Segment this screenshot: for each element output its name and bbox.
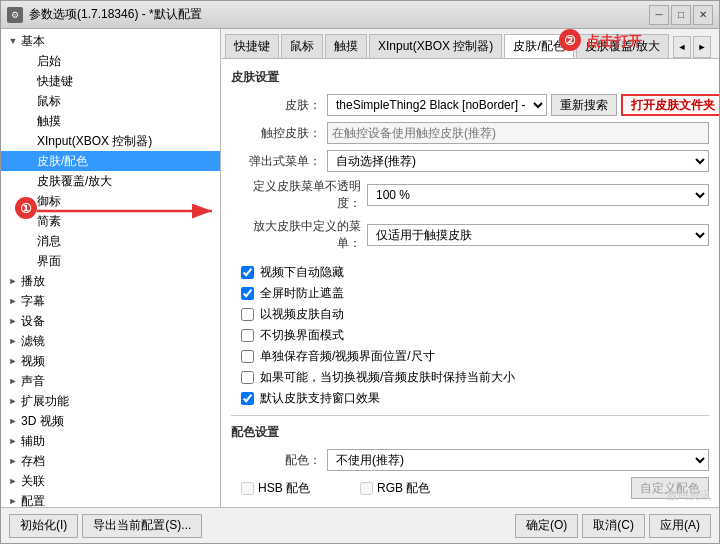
opacity-label: 定义皮肤菜单不透明度： xyxy=(231,178,361,212)
tree-item-label: 启始 xyxy=(37,53,216,70)
zoom-select[interactable]: 仅适用于触摸皮肤 xyxy=(367,224,709,246)
init-button[interactable]: 初始化(I) xyxy=(9,514,78,538)
tree-item[interactable]: ►视频 xyxy=(1,351,220,371)
tab-item[interactable]: 鼠标 xyxy=(281,34,323,58)
tree-item-label: 滤镜 xyxy=(21,333,216,350)
tab-item[interactable]: 触摸 xyxy=(325,34,367,58)
tree-item[interactable]: ►扩展功能 xyxy=(1,391,220,411)
tree-item[interactable]: 皮肤覆盖/放大 xyxy=(1,171,220,191)
skin-select[interactable]: theSimpleThing2 Black [noBorder] - 2_1 xyxy=(327,94,547,116)
tree-expander-icon: ► xyxy=(5,393,21,409)
tree-item[interactable]: 鼠标 xyxy=(1,91,220,111)
tree-item-label: 皮肤/配色 xyxy=(37,153,216,170)
zoom-row: 放大皮肤中定义的菜单： 仅适用于触摸皮肤 xyxy=(231,218,709,252)
export-button[interactable]: 导出当前配置(S)... xyxy=(82,514,202,538)
tree-expander-icon xyxy=(21,173,37,189)
checkbox-input[interactable] xyxy=(241,287,254,300)
minimize-button[interactable]: ─ xyxy=(649,5,669,25)
tree-item[interactable]: XInput(XBOX 控制器) xyxy=(1,131,220,151)
checkbox-input[interactable] xyxy=(241,350,254,363)
hsb-checkbox[interactable] xyxy=(241,482,254,495)
checkbox-input[interactable] xyxy=(241,392,254,405)
popup-row: 弹出式菜单： 自动选择(推荐) xyxy=(231,150,709,172)
tree-item-label: 皮肤覆盖/放大 xyxy=(37,173,216,190)
color-section-title: 配色设置 xyxy=(231,424,709,441)
tree-item[interactable]: ►关联 xyxy=(1,471,220,491)
checkbox-row: 全屏时防止遮盖 xyxy=(241,285,709,302)
tree-item[interactable]: 触摸 xyxy=(1,111,220,131)
tree-expander-icon: ► xyxy=(5,473,21,489)
main-content: ▼基本启始快捷键鼠标触摸XInput(XBOX 控制器)皮肤/配色皮肤覆盖/放大… xyxy=(1,29,719,507)
touch-skin-input xyxy=(327,122,709,144)
tree-item[interactable]: ►辅助 xyxy=(1,431,220,451)
tree-item[interactable]: ►字幕 xyxy=(1,291,220,311)
popup-select[interactable]: 自动选择(推荐) xyxy=(327,150,709,172)
opacity-select[interactable]: 100 % xyxy=(367,184,709,206)
tree-expander-icon xyxy=(21,93,37,109)
tree-expander-icon: ► xyxy=(5,433,21,449)
tree-item[interactable]: 简素 xyxy=(1,211,220,231)
refresh-skin-button[interactable]: 重新搜索 xyxy=(551,94,617,116)
tree-expander-icon xyxy=(21,233,37,249)
tree-expander-icon xyxy=(21,73,37,89)
tree-item[interactable]: ►设备 xyxy=(1,311,220,331)
tree-item[interactable]: 快捷键 xyxy=(1,71,220,91)
checkbox-input[interactable] xyxy=(241,266,254,279)
touch-skin-label: 触控皮肤： xyxy=(231,125,321,142)
tree-item[interactable]: ▼基本 xyxy=(1,31,220,51)
tree-item-label: 3D 视频 xyxy=(21,413,216,430)
tree-item[interactable]: 界面 xyxy=(1,251,220,271)
custom-color-button[interactable]: 自定义配色 xyxy=(631,477,709,499)
title-bar-buttons: ─ □ ✕ xyxy=(649,5,713,25)
tab-item[interactable]: 快捷键 xyxy=(225,34,279,58)
cancel-button[interactable]: 取消(C) xyxy=(582,514,645,538)
checkbox-input[interactable] xyxy=(241,308,254,321)
checkbox-row: 默认皮肤支持窗口效果 xyxy=(241,390,709,407)
tree-item[interactable]: 消息 xyxy=(1,231,220,251)
color-row: 配色： 不使用(推荐) xyxy=(231,449,709,471)
right-panel: 快捷键鼠标触摸XInput(XBOX 控制器)皮肤/配色皮肤覆盖/放大◄► 皮肤… xyxy=(221,29,719,507)
rgb-checkbox[interactable] xyxy=(360,482,373,495)
tab-item[interactable]: XInput(XBOX 控制器) xyxy=(369,34,502,58)
tree-item[interactable]: ►播放 xyxy=(1,271,220,291)
close-button[interactable]: ✕ xyxy=(693,5,713,25)
tree-expander-icon: ► xyxy=(5,453,21,469)
color-select[interactable]: 不使用(推荐) xyxy=(327,449,709,471)
checkbox-label: 默认皮肤支持窗口效果 xyxy=(260,390,380,407)
checkbox-label: 以视频皮肤自动 xyxy=(260,306,344,323)
maximize-button[interactable]: □ xyxy=(671,5,691,25)
tree-item[interactable]: ►声音 xyxy=(1,371,220,391)
tree-item-label: XInput(XBOX 控制器) xyxy=(37,133,216,150)
tree-expander-icon: ► xyxy=(5,333,21,349)
tree-expander-icon: ► xyxy=(5,413,21,429)
tree-panel: ▼基本启始快捷键鼠标触摸XInput(XBOX 控制器)皮肤/配色皮肤覆盖/放大… xyxy=(1,29,221,507)
ok-button[interactable]: 确定(O) xyxy=(515,514,578,538)
tree-item[interactable]: 启始 xyxy=(1,51,220,71)
checkbox-label: 视频下自动隐藏 xyxy=(260,264,344,281)
tree-item[interactable]: 御标 xyxy=(1,191,220,211)
checkbox-input[interactable] xyxy=(241,329,254,342)
checkbox-row: 视频下自动隐藏 xyxy=(241,264,709,281)
tab-item[interactable]: 皮肤/配色 xyxy=(504,34,573,58)
apply-button[interactable]: 应用(A) xyxy=(649,514,711,538)
checkbox-label: 单独保存音频/视频界面位置/尺寸 xyxy=(260,348,435,365)
tree-item-label: 字幕 xyxy=(21,293,216,310)
tab-item[interactable]: 皮肤覆盖/放大 xyxy=(576,34,669,58)
tree-item[interactable]: 皮肤/配色 xyxy=(1,151,220,171)
bottom-bar: 初始化(I) 导出当前配置(S)... 确定(O) 取消(C) 应用(A) xyxy=(1,507,719,543)
tree-expander-icon xyxy=(21,53,37,69)
tab-nav-button[interactable]: ► xyxy=(693,36,711,58)
tree-item[interactable]: ►滤镜 xyxy=(1,331,220,351)
open-folder-button[interactable]: 打开皮肤文件夹 xyxy=(621,94,719,116)
content-area: 皮肤设置 皮肤： theSimpleThing2 Black [noBorder… xyxy=(221,59,719,507)
window-title: 参数选项(1.7.18346) - *默认配置 xyxy=(29,6,649,23)
checkbox-row: 如果可能，当切换视频/音频皮肤时保持当前大小 xyxy=(241,369,709,386)
bottom-left-buttons: 初始化(I) 导出当前配置(S)... xyxy=(9,514,509,538)
tree-item[interactable]: ►3D 视频 xyxy=(1,411,220,431)
tab-nav-button[interactable]: ◄ xyxy=(673,36,691,58)
tree-item[interactable]: ►存档 xyxy=(1,451,220,471)
popup-label: 弹出式菜单： xyxy=(231,153,321,170)
tree-expander-icon: ▼ xyxy=(5,33,21,49)
checkbox-input[interactable] xyxy=(241,371,254,384)
tree-item[interactable]: ►配置 xyxy=(1,491,220,507)
